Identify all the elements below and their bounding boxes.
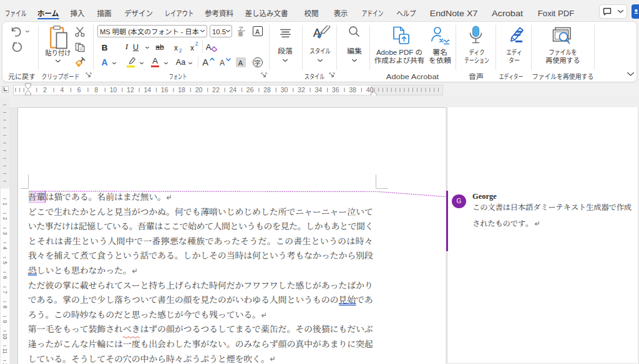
svg-text:24: 24 [229,86,237,93]
svg-text:34: 34 [315,86,322,93]
svg-text:6: 6 [77,86,81,93]
svg-text:9: 9 [2,320,8,323]
svg-text:28: 28 [263,86,271,93]
svg-text:18: 18 [178,86,185,93]
svg-text:2: 2 [2,217,8,220]
svg-text:36: 36 [332,86,339,93]
svg-text:10: 10 [2,333,8,340]
svg-text:32: 32 [298,86,305,93]
svg-text:12: 12 [127,86,134,93]
svg-text:6: 6 [2,276,8,279]
svg-text:16: 16 [161,86,168,93]
svg-text:4: 4 [60,86,64,93]
svg-text:8: 8 [2,305,8,309]
svg-text:38: 38 [349,86,356,93]
svg-text:2: 2 [43,86,47,93]
svg-text:3: 3 [2,232,8,235]
svg-text:22: 22 [212,86,220,93]
svg-text:8: 8 [94,86,98,93]
svg-text:20: 20 [195,86,203,93]
svg-text:30: 30 [281,86,288,93]
svg-text:5: 5 [2,261,8,264]
svg-text:11: 11 [2,348,8,354]
svg-text:7: 7 [2,290,8,294]
svg-text:10: 10 [110,86,117,93]
svg-text:4: 4 [2,247,8,250]
svg-text:14: 14 [144,86,151,93]
svg-text:26: 26 [246,86,254,93]
